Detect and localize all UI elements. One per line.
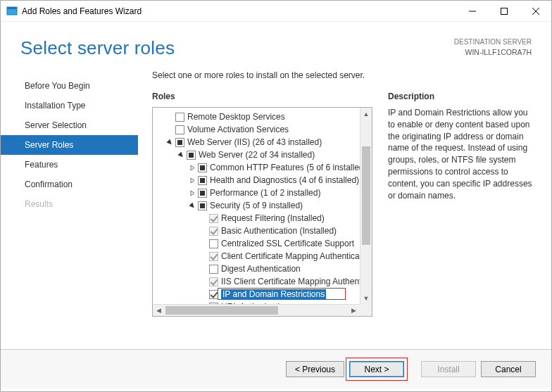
expand-icon[interactable] [188, 176, 196, 184]
tree-node[interactable]: Basic Authentication (Installed) [156, 225, 360, 237]
vertical-scrollbar[interactable]: ▲ ▼ [360, 108, 372, 304]
scroll-thumb-v[interactable] [362, 146, 370, 245]
content: Before You BeginInstallation TypeServer … [1, 68, 551, 349]
scroll-left-icon[interactable]: ◀ [153, 305, 165, 316]
destination-label: DESTINATION SERVER [454, 37, 532, 47]
tree-node-label[interactable]: Client Certificate Mapping Authenticatio… [221, 251, 360, 261]
svg-rect-3 [501, 8, 507, 14]
roles-column: Roles Remote Desktop ServicesVolume Acti… [152, 91, 372, 349]
roles-tree: Remote Desktop ServicesVolume Activation… [152, 107, 372, 317]
checkbox[interactable] [209, 239, 218, 248]
expand-icon[interactable] [188, 163, 196, 172]
svg-rect-1 [7, 7, 17, 9]
main-panel: Select one or more roles to install on t… [138, 68, 551, 349]
horizontal-scrollbar[interactable]: ◀ ▶ [153, 304, 360, 316]
checkbox[interactable] [175, 138, 184, 147]
checkbox[interactable] [175, 113, 184, 122]
install-button: Install [421, 361, 476, 377]
checkbox[interactable] [209, 290, 218, 299]
checkbox[interactable] [209, 214, 218, 223]
minimize-button[interactable] [456, 1, 488, 22]
tree-node[interactable]: Centralized SSL Certificate Support [156, 237, 360, 250]
tree-node[interactable]: IP and Domain Restrictions [156, 288, 360, 301]
checkbox[interactable] [209, 265, 218, 274]
expand-spacer [199, 277, 208, 286]
checkbox[interactable] [198, 163, 207, 172]
scroll-thumb-h[interactable] [165, 306, 278, 315]
tree-node[interactable]: Common HTTP Features (5 of 6 installed) [156, 161, 360, 174]
expand-icon[interactable] [188, 189, 196, 197]
tree-node[interactable]: Request Filtering (Installed) [156, 212, 360, 225]
destination-value: WIN-ILLF1CORA7H [454, 47, 532, 57]
maximize-button[interactable] [488, 1, 520, 22]
page-title: Select server roles [20, 37, 454, 59]
checkbox[interactable] [175, 125, 184, 134]
collapse-icon[interactable] [165, 138, 174, 146]
checkbox[interactable] [209, 252, 218, 261]
collapse-icon[interactable] [177, 151, 185, 159]
scroll-down-icon[interactable]: ▼ [360, 292, 372, 304]
cancel-button[interactable]: Cancel [481, 361, 536, 377]
previous-button[interactable]: < Previous [286, 361, 344, 377]
wizard-steps: Before You BeginInstallation TypeServer … [1, 68, 138, 349]
wizard-step-server-roles[interactable]: Server Roles [1, 135, 138, 155]
titlebar: Add Roles and Features Wizard [1, 1, 551, 22]
checkbox[interactable] [198, 189, 207, 198]
tree-node-label[interactable]: Basic Authentication (Installed) [221, 226, 337, 236]
wizard-step-before-you-begin[interactable]: Before You Begin [1, 76, 138, 96]
wizard-step-features[interactable]: Features [1, 155, 138, 175]
tree-node-label[interactable]: Digest Authentication [221, 264, 301, 274]
tree-node[interactable]: Client Certificate Mapping Authenticatio… [156, 250, 360, 263]
tree-node-label[interactable]: Remote Desktop Services [187, 112, 285, 122]
scroll-corner [360, 304, 372, 316]
tree-node[interactable]: Web Server (22 of 34 installed) [156, 148, 360, 161]
wizard-footer: < Previous Next > Install Cancel [1, 349, 551, 388]
expand-spacer [199, 265, 208, 273]
expand-spacer [199, 214, 208, 222]
expand-spacer [199, 252, 208, 260]
tree-node-label[interactable]: Request Filtering (Installed) [221, 213, 325, 223]
checkbox[interactable] [209, 277, 218, 286]
tree-node-label[interactable]: Security (5 of 9 installed) [210, 201, 303, 210]
tree-node[interactable]: Digest Authentication [156, 263, 360, 275]
tree-node-label[interactable]: IIS Client Certificate Mapping Authentic [221, 277, 360, 286]
tree-node[interactable]: Security (5 of 9 installed) [156, 199, 360, 212]
checkbox[interactable] [198, 201, 207, 210]
roles-header: Roles [152, 91, 372, 107]
checkbox[interactable] [187, 151, 196, 160]
tree-node[interactable]: Volume Activation Services [156, 123, 360, 136]
close-button[interactable] [520, 1, 551, 22]
wizard-step-confirmation[interactable]: Confirmation [1, 175, 138, 194]
window-title: Add Roles and Features Wizard [22, 6, 456, 16]
tree-node-label[interactable]: Performance (1 of 2 installed) [210, 188, 320, 198]
tree-node-label[interactable]: Centralized SSL Certificate Support [221, 239, 354, 248]
scroll-right-icon[interactable]: ▶ [348, 305, 360, 316]
checkbox[interactable] [209, 227, 218, 236]
destination-server: DESTINATION SERVER WIN-ILLF1CORA7H [454, 37, 532, 57]
tree-node-label[interactable]: Volume Activation Services [187, 125, 289, 134]
tree-node[interactable]: IIS Client Certificate Mapping Authentic [156, 275, 360, 288]
page-header: Select server roles DESTINATION SERVER W… [1, 22, 551, 68]
next-button[interactable]: Next > [349, 361, 404, 377]
instruction-text: Select one or more roles to install on t… [152, 68, 533, 91]
tree-node-label[interactable]: Common HTTP Features (5 of 6 installed) [210, 163, 360, 172]
expand-spacer [199, 290, 208, 298]
tree-node[interactable]: Performance (1 of 2 installed) [156, 186, 360, 199]
description-text: IP and Domain Restrictions allow you to … [388, 107, 533, 201]
expand-spacer [165, 113, 174, 121]
tree-node-label[interactable]: Health and Diagnostics (4 of 6 installed… [210, 175, 359, 185]
roles-tree-view[interactable]: Remote Desktop ServicesVolume Activation… [153, 108, 360, 304]
expand-spacer [199, 239, 208, 248]
expand-spacer [199, 227, 208, 235]
checkbox[interactable] [198, 176, 207, 185]
tree-node-label[interactable]: Web Server (22 of 34 installed) [199, 150, 315, 160]
tree-node[interactable]: Remote Desktop Services [156, 110, 360, 123]
tree-node-label[interactable]: Web Server (IIS) (26 of 43 installed) [187, 137, 322, 147]
tree-node[interactable]: Health and Diagnostics (4 of 6 installed… [156, 174, 360, 186]
tree-node-label[interactable]: IP and Domain Restrictions [221, 289, 326, 299]
collapse-icon[interactable] [188, 201, 196, 210]
wizard-step-installation-type[interactable]: Installation Type [1, 96, 138, 115]
wizard-step-server-selection[interactable]: Server Selection [1, 115, 138, 135]
scroll-up-icon[interactable]: ▲ [360, 108, 372, 120]
tree-node[interactable]: Web Server (IIS) (26 of 43 installed) [156, 136, 360, 148]
